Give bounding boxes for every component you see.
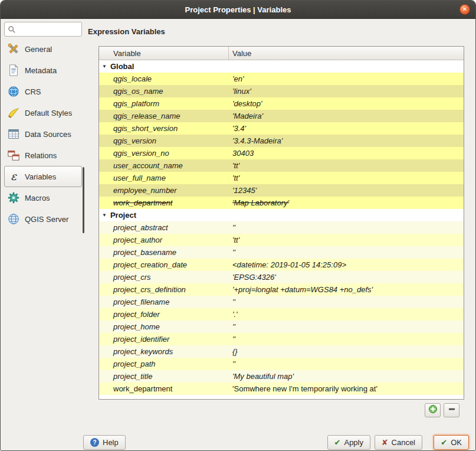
variable-row[interactable]: project_creation_date<datetime: 2019-01-… (99, 259, 464, 271)
sidebar-item-relations[interactable]: Relations (4, 145, 82, 166)
variable-row[interactable]: user_account_name'tt' (99, 159, 464, 172)
variable-value[interactable]: '' (229, 335, 464, 344)
sidebar-item-metadata[interactable]: Metadata (4, 60, 82, 81)
variable-row[interactable]: qgis_version'3.4.3-Madeira' (99, 135, 464, 147)
variable-row[interactable]: project_crs'EPSG:4326' (99, 271, 464, 283)
variable-name[interactable]: project_folder (99, 310, 229, 319)
sidebar-item-qgis-server[interactable]: QGIS Server (4, 208, 82, 230)
variable-value[interactable]: '' (229, 360, 464, 368)
variable-row[interactable]: project_abstract'' (99, 221, 464, 234)
sidebar-scrollbar[interactable] (83, 167, 84, 233)
variable-value[interactable]: '3.4' (229, 124, 464, 133)
variable-row[interactable]: qgis_platform'desktop' (99, 97, 464, 110)
variable-name[interactable]: user_full_name (99, 174, 229, 182)
variable-row[interactable]: project_basename'' (99, 246, 464, 259)
titlebar[interactable]: Project Properties | Variables ✕ (1, 1, 475, 19)
variable-value[interactable]: 'EPSG:4326' (229, 273, 464, 282)
group-row-global[interactable]: ▼Global (99, 60, 464, 73)
variable-value[interactable]: 'Map Laboratory' (229, 198, 464, 207)
variable-row[interactable]: project_title'My beautiful map' (99, 370, 464, 383)
variable-name[interactable]: work_department (99, 198, 229, 207)
add-variable-button[interactable] (425, 403, 441, 417)
variable-row[interactable]: work_department'Map Laboratory' (99, 197, 464, 209)
sidebar-item-macros[interactable]: Macros (4, 187, 82, 208)
variable-row[interactable]: qgis_release_name'Madeira' (99, 110, 464, 122)
variable-value[interactable]: 'linux' (229, 87, 464, 96)
variable-value[interactable]: 'Somwhere new I'm temporarily working at… (229, 384, 464, 393)
close-button[interactable]: ✕ (459, 4, 470, 15)
help-button[interactable]: ? Help (83, 435, 126, 450)
variable-value[interactable]: '+proj=longlat +datum=WGS84 +no_defs' (229, 285, 464, 294)
variable-row[interactable]: qgis_short_version'3.4' (99, 122, 464, 135)
variable-name[interactable]: project_home (99, 322, 229, 331)
variable-value[interactable]: 'tt' (229, 236, 464, 244)
variable-name[interactable]: project_keywords (99, 347, 229, 356)
variable-value[interactable]: <datetime: 2019-01-05 14:25:09> (229, 260, 464, 269)
variable-name[interactable]: qgis_release_name (99, 112, 229, 120)
sidebar-item-general[interactable]: General (4, 38, 82, 60)
variable-value[interactable]: 'My beautiful map' (229, 372, 464, 381)
group-row-project[interactable]: ▼Project (99, 209, 464, 221)
variable-row[interactable]: project_home'' (99, 321, 464, 333)
variable-value[interactable]: '' (229, 248, 464, 257)
variable-row[interactable]: employee_number'12345' (99, 184, 464, 197)
sidebar-item-variables[interactable]: εVariables (4, 166, 82, 187)
sidebar-item-crs[interactable]: CRS (4, 81, 82, 102)
column-header-value[interactable]: Value (229, 47, 464, 60)
variable-value[interactable]: 'desktop' (229, 99, 464, 108)
variable-name[interactable]: project_filename (99, 298, 229, 306)
variable-row[interactable]: project_filename'' (99, 296, 464, 308)
variable-name[interactable]: project_title (99, 372, 229, 381)
variable-name[interactable]: project_path (99, 360, 229, 368)
variable-value[interactable]: '' (229, 298, 464, 306)
apply-button[interactable]: ✔ Apply (327, 435, 370, 450)
variable-value[interactable]: 30403 (229, 149, 464, 158)
variable-row[interactable]: project_keywords{} (99, 345, 464, 358)
variable-name[interactable]: project_basename (99, 248, 229, 257)
variable-row[interactable]: qgis_version_no30403 (99, 147, 464, 159)
variable-name[interactable]: project_abstract (99, 223, 229, 232)
sidebar-item-data-sources[interactable]: Data Sources (4, 123, 82, 145)
variable-name[interactable]: project_identifier (99, 335, 229, 344)
remove-variable-button[interactable] (444, 403, 459, 417)
variable-value[interactable]: '' (229, 223, 464, 232)
collapse-triangle-icon[interactable]: ▼ (102, 213, 107, 218)
variable-value[interactable]: '12345' (229, 186, 464, 195)
variable-name[interactable]: project_crs_definition (99, 285, 229, 294)
variable-row[interactable]: project_path'' (99, 358, 464, 370)
variable-name[interactable]: project_author (99, 236, 229, 244)
sidebar-item-default-styles[interactable]: Default Styles (4, 102, 82, 123)
variable-row[interactable]: project_identifier'' (99, 333, 464, 345)
column-header-variable[interactable]: Variable (99, 47, 229, 60)
variable-row[interactable]: qgis_os_name'linux' (99, 85, 464, 97)
search-box[interactable] (4, 22, 82, 37)
variable-name[interactable]: project_creation_date (99, 260, 229, 269)
variable-row[interactable]: project_crs_definition'+proj=longlat +da… (99, 283, 464, 296)
variable-name[interactable]: qgis_short_version (99, 124, 229, 133)
variable-row[interactable]: qgis_locale'en' (99, 73, 464, 85)
cancel-button[interactable]: ✘ Cancel (375, 435, 422, 450)
variable-row[interactable]: project_folder'.' (99, 308, 464, 321)
variable-row[interactable]: work_department'Somwhere new I'm tempora… (99, 383, 464, 395)
variable-name[interactable]: qgis_locale (99, 74, 229, 83)
variable-name[interactable]: qgis_os_name (99, 87, 229, 96)
variable-name[interactable]: qgis_version_no (99, 149, 229, 158)
collapse-triangle-icon[interactable]: ▼ (102, 64, 107, 69)
variable-value[interactable]: '' (229, 322, 464, 331)
ok-button[interactable]: ✔ OK (434, 435, 469, 450)
variable-name[interactable]: qgis_version (99, 136, 229, 145)
variable-name[interactable]: employee_number (99, 186, 229, 195)
variable-value[interactable]: 'Madeira' (229, 112, 464, 120)
variable-name[interactable]: qgis_platform (99, 99, 229, 108)
variable-row[interactable]: user_full_name'tt' (99, 172, 464, 184)
variable-row[interactable]: project_author'tt' (99, 234, 464, 246)
variable-name[interactable]: work_department (99, 384, 229, 393)
variable-value[interactable]: {} (229, 347, 464, 356)
variable-name[interactable]: project_crs (99, 273, 229, 282)
variable-value[interactable]: 'tt' (229, 161, 464, 170)
variable-value[interactable]: '3.4.3-Madeira' (229, 136, 464, 145)
variable-value[interactable]: '.' (229, 310, 464, 319)
search-input[interactable] (18, 25, 78, 34)
variable-value[interactable]: 'en' (229, 74, 464, 83)
variable-value[interactable]: 'tt' (229, 174, 464, 182)
